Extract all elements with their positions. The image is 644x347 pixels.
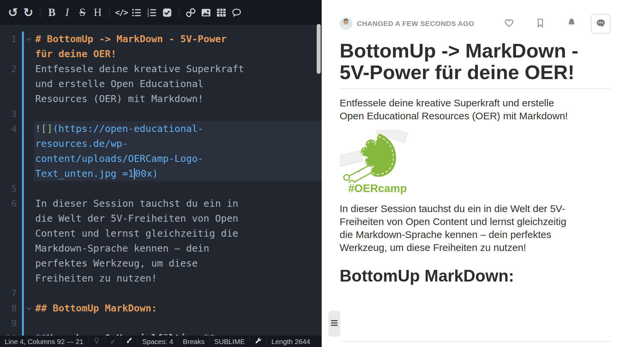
editor-line[interactable]: Content und lernst gleichzeitig die [0, 226, 322, 241]
image-button[interactable] [198, 4, 214, 21]
redo-button[interactable]: ↻ [21, 4, 36, 21]
code-button[interactable]: </> [114, 4, 129, 21]
editor-line[interactable]: Text_unten.jpg =100x) [0, 166, 322, 181]
like-button[interactable] [504, 18, 514, 30]
bookmark-button[interactable] [535, 18, 546, 30]
bullet-list-button[interactable] [129, 4, 144, 21]
line-number [0, 47, 17, 61]
code-text[interactable]: und erstelle Open Educational [34, 76, 322, 91]
bold-button[interactable]: B [44, 4, 59, 21]
code-text[interactable] [34, 316, 322, 331]
typewriter-brush-toggle[interactable] [121, 336, 138, 347]
editor-line[interactable]: content/uploads/OERCamp-Logo- [0, 151, 322, 166]
code-text[interactable]: Entfessele deine kreative Superkraft [34, 61, 322, 76]
table-button[interactable] [214, 4, 229, 21]
line-number: 10 [0, 331, 17, 336]
link-button[interactable] [183, 4, 198, 21]
editor-line[interactable]: 4![](https://open-educational- [0, 121, 322, 136]
image-icon [201, 8, 211, 18]
code-text[interactable]: # BottomUp -> MarkDown - 5V-Power [34, 32, 322, 47]
indent-setting[interactable]: Spaces: 4 [138, 336, 178, 347]
intro-paragraph: Entfessele deine kreative Superkraft und… [340, 96, 610, 122]
line-number [0, 76, 17, 91]
editor-line[interactable]: Resources (OER) mit Markdown! [0, 91, 322, 106]
code-text[interactable]: für deine OER! [34, 47, 322, 61]
editor-line[interactable]: 7 [0, 286, 322, 301]
undo-button[interactable]: ↺ [5, 4, 21, 21]
code-text[interactable]: Text_unten.jpg =100x) [34, 166, 322, 181]
ordered-list-icon: 123 [147, 8, 157, 18]
spellcheck-toggle[interactable]: ✓ [105, 336, 121, 347]
editor-line[interactable]: Freiheiten zu nutzen! [0, 271, 322, 286]
editor-line[interactable]: Markdown-Sprache kennen – dein [0, 241, 322, 256]
editor-line[interactable]: perfektes Werkzeug, um diese [0, 256, 322, 271]
svg-text:3: 3 [147, 14, 149, 17]
code-text[interactable]: ## BottomUp MarkDown: [34, 301, 322, 316]
code-text[interactable] [34, 286, 322, 301]
editor-line[interactable]: 8## BottomUp MarkDown: [0, 301, 322, 316]
linebreak-setting[interactable]: Breaks [178, 336, 209, 347]
code-text[interactable] [34, 106, 322, 121]
code-segment: content/uploads/OERCamp-Logo- [35, 153, 203, 164]
code-segment: für deine OER! [35, 48, 116, 59]
scissors-icon [344, 164, 373, 183]
code-text[interactable]: ![](https://open-educational- [34, 121, 322, 136]
session-paragraph: In dieser Session tauchst du ein in die … [340, 202, 610, 254]
line-number: 9 [0, 316, 17, 331]
section-heading: BottomUp MarkDown: [340, 267, 610, 285]
ordered-list-button[interactable]: 123 [144, 4, 160, 21]
fold-arrow-icon[interactable] [24, 301, 34, 316]
preferences-button[interactable] [250, 336, 267, 347]
code-text[interactable]: perfektes Werkzeug, um diese [34, 256, 322, 271]
comment-button[interactable] [229, 4, 244, 21]
code-segment: Resources (OER) mit Markdown! [35, 93, 203, 104]
preview-content: CHANGED A FEW SECONDS AGO BottomUp -> Ma… [340, 0, 610, 342]
editor-line[interactable]: 10**Verwahren & Vervielfältigen** [0, 331, 322, 336]
code-text[interactable]: resources.de/wp- [34, 136, 322, 151]
code-text[interactable]: Freiheiten zu nutzen! [34, 271, 322, 286]
code-text[interactable]: die Welt der 5V-Freiheiten von Open [34, 211, 322, 226]
toolbar-separator [179, 7, 179, 19]
code-editor[interactable]: 1# BottomUp -> MarkDown - 5V-Powerfür de… [0, 25, 322, 336]
code-text[interactable]: **Verwahren & Vervielfältigen** [34, 331, 322, 336]
editor-scrollbar-thumb[interactable] [317, 24, 321, 74]
code-text[interactable]: content/uploads/OERCamp-Logo- [34, 151, 322, 166]
code-segment: die Welt der 5V-Freiheiten von Open [35, 213, 238, 224]
line-number [0, 256, 17, 271]
comments-button[interactable] [591, 14, 610, 34]
editor-line[interactable]: resources.de/wp- [0, 136, 322, 151]
note-actions [504, 18, 577, 30]
check-list-icon [162, 8, 172, 18]
subscribe-button[interactable] [566, 18, 577, 30]
fold-arrow-icon[interactable] [24, 32, 34, 47]
editor-line[interactable]: 9 [0, 316, 322, 331]
code-text[interactable] [34, 181, 322, 196]
code-text[interactable]: Markdown-Sprache kennen – dein [34, 241, 322, 256]
editor-line[interactable]: 1# BottomUp -> MarkDown - 5V-Power [0, 32, 322, 47]
editor-line[interactable]: 3 [0, 106, 322, 121]
editor-line[interactable]: die Welt der 5V-Freiheiten von Open [0, 211, 322, 226]
toolbar-separator [40, 7, 40, 19]
code-text[interactable]: Resources (OER) mit Markdown! [34, 91, 322, 106]
author-avatar[interactable] [340, 17, 352, 30]
code-segment: ! [35, 123, 41, 134]
last-changed-label: CHANGED A FEW SECONDS AGO [357, 20, 474, 28]
code-text[interactable]: Content und lernst gleichzeitig die [34, 226, 322, 241]
code-text[interactable]: In dieser Session tauchst du ein in [34, 196, 322, 211]
fold-gutter [24, 226, 34, 241]
editor-line[interactable]: 2Entfessele deine kreative Superkraft [0, 61, 322, 76]
check-list-button[interactable] [160, 4, 175, 21]
keymap-setting[interactable]: SUBLIME [210, 336, 250, 347]
editor-line[interactable]: für deine OER! [0, 47, 322, 61]
bold-icon: B [48, 7, 55, 18]
italic-button[interactable]: I [59, 4, 75, 21]
fold-gutter [24, 181, 34, 196]
heading-button[interactable]: H [90, 4, 105, 21]
split-drag-handle[interactable] [328, 311, 340, 337]
strikethrough-button[interactable]: S [75, 4, 90, 21]
flame-shape [361, 134, 396, 177]
editor-line[interactable]: 5 [0, 181, 322, 196]
editor-line[interactable]: und erstelle Open Educational [0, 76, 322, 91]
night-mode-toggle[interactable] [88, 336, 105, 347]
editor-line[interactable]: 6In dieser Session tauchst du ein in [0, 196, 322, 211]
